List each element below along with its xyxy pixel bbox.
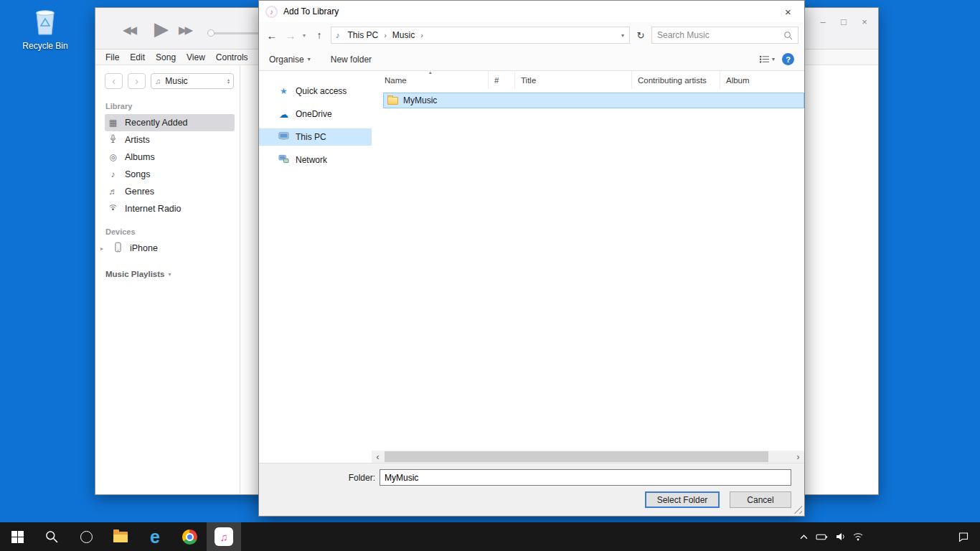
show-hidden-icons-button[interactable] — [795, 522, 813, 551]
column-header-number[interactable]: # — [489, 71, 515, 89]
sidebar-item-iphone[interactable]: ▸ iPhone — [105, 240, 235, 257]
select-carets-icon: ▴▾ — [227, 78, 230, 84]
volume-slider[interactable] — [209, 32, 259, 34]
column-header-contributing-artists[interactable]: Contributing artists — [632, 71, 720, 89]
horizontal-scrollbar[interactable]: ‹ › — [372, 451, 804, 463]
navigation-pane: ★ Quick access ☁ OneDrive This PC — [259, 71, 372, 463]
minimize-button[interactable]: – — [818, 17, 828, 27]
scroll-right-icon[interactable]: › — [792, 451, 804, 463]
sidebar-item-artists[interactable]: Artists — [105, 131, 235, 149]
menu-controls[interactable]: Controls — [216, 52, 248, 62]
resize-grip[interactable] — [793, 505, 802, 514]
dialog-close-button[interactable]: × — [772, 1, 804, 22]
folder-input[interactable] — [380, 469, 791, 486]
search-input[interactable] — [657, 30, 783, 40]
expander-icon[interactable]: ▸ — [100, 245, 106, 252]
recent-locations-dropdown[interactable]: ▾ — [299, 26, 309, 44]
media-picker[interactable]: ♫ Music ▴▾ — [151, 73, 234, 89]
select-folder-button[interactable]: Select Folder — [645, 491, 720, 508]
iphone-icon — [113, 242, 123, 255]
action-center-icon — [958, 531, 969, 542]
address-bar[interactable]: ♪ This PC › Music › ▾ — [331, 27, 630, 44]
sort-ascending-icon: ▴ — [429, 70, 432, 75]
sidebar-item-songs[interactable]: ♪ Songs — [105, 166, 235, 183]
network-tray-button[interactable] — [849, 522, 867, 551]
cortana-button[interactable] — [69, 522, 103, 551]
new-folder-button[interactable]: New folder — [331, 55, 372, 65]
file-row-mymusic[interactable]: MyMusic — [383, 93, 804, 108]
library-header: Library — [105, 102, 240, 110]
volume-knob[interactable] — [207, 29, 215, 37]
sidebar-item-recently-added[interactable]: ▦ Recently Added — [105, 114, 235, 131]
organise-button[interactable]: Organise ▾ — [269, 55, 311, 65]
breadcrumb-separator-icon[interactable]: › — [420, 31, 424, 39]
dialog-command-bar: Organise ▾ New folder ▾ ? — [259, 48, 804, 71]
folder-label: Folder: — [349, 473, 375, 483]
sidebar-item-genres[interactable]: ♬ Genres — [105, 183, 235, 200]
sidebar-item-albums[interactable]: ◎ Albums — [105, 149, 235, 166]
menu-view[interactable]: View — [187, 52, 205, 62]
tray-spacer — [867, 522, 947, 551]
rewind-button[interactable]: ◀◀ — [123, 24, 135, 37]
search-icon — [783, 31, 793, 40]
volume-tray-button[interactable] — [831, 522, 849, 551]
menu-file[interactable]: File — [105, 52, 119, 62]
recycle-bin-label: Recycle Bin — [20, 41, 70, 51]
fast-forward-button[interactable]: ▶▶ — [179, 24, 191, 37]
file-explorer-button[interactable] — [103, 522, 138, 551]
sidebar-back-button[interactable]: ‹ — [105, 73, 123, 89]
breadcrumb-this-pc[interactable]: This PC — [343, 30, 384, 40]
music-playlists-header[interactable]: Music Playlists ▾ — [105, 270, 240, 278]
refresh-button[interactable]: ↻ — [631, 26, 650, 44]
file-explorer-icon — [113, 532, 128, 542]
menu-song[interactable]: Song — [156, 52, 176, 62]
play-button[interactable]: ▶ — [154, 18, 169, 40]
star-icon: ★ — [278, 86, 289, 96]
recycle-bin[interactable]: Recycle Bin — [20, 6, 70, 51]
start-button[interactable] — [0, 522, 34, 551]
column-header-album[interactable]: Album — [720, 71, 804, 89]
action-center-button[interactable] — [947, 522, 980, 551]
battery-icon — [816, 533, 828, 541]
tree-item-quick-access[interactable]: ★ Quick access — [259, 83, 372, 100]
close-button[interactable]: × — [859, 17, 870, 27]
recycle-bin-icon — [31, 6, 60, 37]
maximize-button[interactable]: □ — [839, 17, 849, 27]
column-header-title[interactable]: Title — [515, 71, 632, 89]
speaker-icon — [834, 531, 846, 542]
scrollbar-thumb[interactable] — [385, 451, 768, 462]
up-button[interactable]: ↑ — [309, 26, 329, 44]
chevron-down-icon: ▾ — [308, 56, 311, 62]
network-icon — [278, 154, 289, 166]
itunes-taskbar-button[interactable]: ♫ — [207, 522, 241, 551]
sidebar-item-internet-radio[interactable]: Internet Radio — [105, 200, 235, 217]
tree-item-this-pc[interactable]: This PC — [259, 128, 372, 146]
genre-icon: ♬ — [108, 187, 118, 197]
dialog-titlebar[interactable]: ♪ Add To Library × — [259, 1, 804, 22]
dialog-navigation-bar: ← → ▾ ↑ ♪ This PC › Music › ▾ ↻ — [259, 22, 804, 48]
battery-tray-button[interactable] — [813, 522, 831, 551]
chevron-down-icon: ▾ — [772, 56, 775, 62]
column-header-name[interactable]: Name ▴ — [372, 71, 489, 89]
breadcrumb-music[interactable]: Music — [387, 30, 420, 40]
menu-edit[interactable]: Edit — [130, 52, 145, 62]
chevron-up-icon — [800, 534, 808, 540]
taskbar-search-button[interactable] — [34, 522, 69, 551]
radio-broadcast-icon — [108, 203, 118, 215]
scrollbar-track[interactable] — [384, 451, 792, 463]
search-box[interactable] — [651, 27, 798, 44]
cancel-button[interactable]: Cancel — [730, 491, 791, 508]
address-dropdown-icon[interactable]: ▾ — [616, 32, 629, 39]
change-view-button[interactable]: ▾ — [759, 55, 775, 64]
scroll-left-icon[interactable]: ‹ — [372, 451, 384, 463]
back-button[interactable]: ← — [262, 26, 282, 44]
grid-icon: ▦ — [108, 118, 118, 128]
tree-item-onedrive[interactable]: ☁ OneDrive — [259, 105, 372, 123]
sidebar-forward-button[interactable]: › — [128, 73, 146, 89]
itunes-app-icon: ♪ — [265, 6, 278, 18]
tree-item-network[interactable]: Network — [259, 151, 372, 169]
forward-button[interactable]: → — [282, 26, 299, 44]
chrome-button[interactable] — [172, 522, 207, 551]
help-button[interactable]: ? — [782, 53, 794, 65]
edge-button[interactable]: e — [138, 522, 172, 551]
